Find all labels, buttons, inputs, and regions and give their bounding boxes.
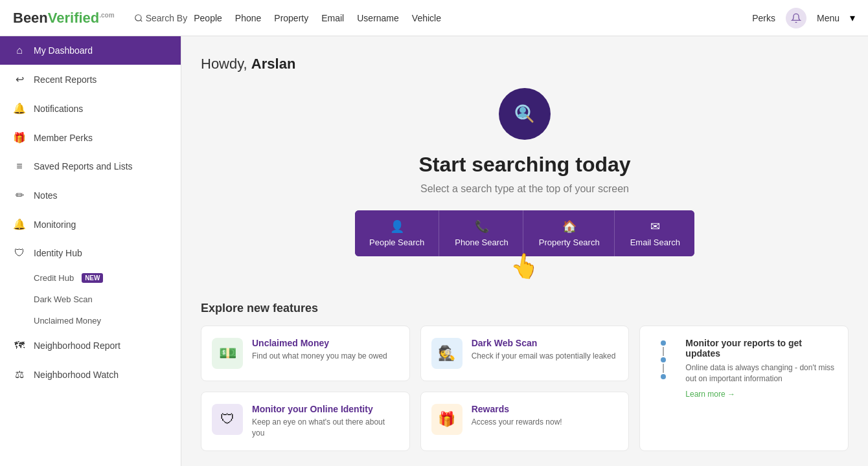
- nav-people[interactable]: People: [194, 13, 222, 23]
- sidebar-item-identity-hub[interactable]: 🛡 Identity Hub: [0, 239, 181, 267]
- email-search-button[interactable]: ✉ Email Search: [616, 210, 694, 256]
- gift-icon: 🎁: [13, 131, 26, 144]
- cursor-hand: 👆: [510, 250, 540, 282]
- sidebar-item-recent-reports[interactable]: ↩ Recent Reports: [0, 65, 181, 94]
- monitor-reports-card[interactable]: Monitor your reports to get updates Onli…: [639, 326, 849, 451]
- svg-line-4: [527, 116, 532, 122]
- unclaimed-money-title: Unclaimed Money: [252, 338, 387, 348]
- people-search-button[interactable]: 👤 People Search: [355, 210, 439, 256]
- dark-web-scan-label: Dark Web Scan: [34, 294, 93, 304]
- sidebar-item-member-perks[interactable]: 🎁 Member Perks: [0, 123, 181, 152]
- dot-bottom: [661, 374, 666, 379]
- sidebar-identity-label: Identity Hub: [34, 248, 82, 258]
- nav-phone[interactable]: Phone: [235, 13, 261, 23]
- dot-line: [661, 340, 666, 379]
- unclaimed-money-desc: Find out what money you may be owed: [252, 351, 387, 362]
- watch-icon: ⚖: [13, 368, 26, 381]
- nav-vehicle[interactable]: Vehicle: [412, 13, 441, 23]
- main-nav: People Phone Property Email Username Veh…: [194, 13, 752, 23]
- bell-icon: 🔔: [13, 102, 26, 115]
- svg-line-1: [140, 19, 142, 21]
- explore-section: Explore new features 💵 Unclaimed Money F…: [201, 302, 849, 451]
- people-icon: 👤: [390, 219, 404, 234]
- hero-title: Start searching today: [418, 153, 630, 177]
- sidebar-item-notifications[interactable]: 🔔 Notifications: [0, 94, 181, 123]
- sidebar-item-monitoring[interactable]: 🔔 Monitoring: [0, 210, 181, 239]
- unclaimed-money-label: Unclaimed Money: [34, 316, 101, 326]
- feature-card-unclaimed-money[interactable]: 💵 Unclaimed Money Find out what money yo…: [201, 326, 410, 381]
- monitor-title: Monitor your reports to get updates: [685, 338, 838, 359]
- hand-icon: 👆: [508, 250, 542, 282]
- sidebar-recent-label: Recent Reports: [34, 74, 97, 85]
- rewards-content: Rewards Access your rewards now!: [472, 404, 562, 428]
- sidebar-item-neighborhood-report[interactable]: 🗺 Neighborhood Report: [0, 331, 181, 360]
- sidebar-item-dark-web-scan[interactable]: Dark Web Scan: [34, 289, 181, 310]
- hero-section: Start searching today Select a search ty…: [201, 88, 849, 282]
- search-by-label: Search By: [146, 13, 188, 23]
- sidebar-item-saved-reports[interactable]: ≡ Saved Reports and Lists: [0, 152, 181, 181]
- learn-more-link[interactable]: Learn more →: [685, 390, 838, 399]
- explore-title: Explore new features: [201, 302, 849, 315]
- credit-hub-label: Credit Hub: [34, 273, 74, 283]
- sidebar-item-credit-hub[interactable]: Credit Hub NEW: [34, 267, 181, 289]
- sidebar-neighborhood-label: Neighborhood Report: [34, 340, 120, 351]
- dark-web-desc: Check if your email was potentially leak…: [472, 351, 616, 362]
- monitor-identity-icon: 🛡: [212, 404, 243, 435]
- monitor-identity-title: Monitor your Online Identity: [252, 404, 399, 414]
- email-search-label: Email Search: [630, 238, 680, 247]
- rewards-title: Rewards: [472, 404, 562, 414]
- feature-card-rewards[interactable]: 🎁 Rewards Access your rewards now!: [420, 392, 630, 451]
- svg-point-3: [520, 107, 526, 113]
- header-right: Perks Menu ▾: [752, 8, 855, 28]
- phone-icon: 📞: [475, 219, 489, 234]
- logo-sup: .com: [99, 11, 114, 18]
- nav-username[interactable]: Username: [357, 13, 399, 23]
- sidebar-notes-label: Notes: [34, 190, 58, 201]
- feature-card-monitor-identity[interactable]: 🛡 Monitor your Online Identity Keep an e…: [201, 392, 410, 451]
- recent-icon: ↩: [13, 73, 26, 85]
- monitor-identity-content: Monitor your Online Identity Keep an eye…: [252, 404, 399, 439]
- sidebar-sub-items: Credit Hub NEW Dark Web Scan Unclaimed M…: [0, 267, 181, 331]
- nav-email[interactable]: Email: [321, 13, 344, 23]
- line-2: [663, 364, 664, 373]
- sidebar-item-unclaimed-money[interactable]: Unclaimed Money: [34, 310, 181, 331]
- sidebar-item-dashboard[interactable]: ⌂ My Dashboard: [0, 36, 181, 65]
- menu-button[interactable]: Menu: [817, 13, 839, 23]
- main-content: Howdy, Arslan Start searching today Sele…: [181, 36, 868, 466]
- logo-green: Verified: [48, 10, 99, 26]
- sidebar-item-neighborhood-watch[interactable]: ⚖ Neighborhood Watch: [0, 360, 181, 389]
- sidebar-saved-label: Saved Reports and Lists: [34, 161, 133, 172]
- dot-top: [661, 340, 666, 346]
- feature-card-dark-web[interactable]: 🕵️ Dark Web Scan Check if your email was…: [420, 326, 630, 381]
- unclaimed-money-content: Unclaimed Money Find out what money you …: [252, 338, 387, 362]
- layout: ⌂ My Dashboard ↩ Recent Reports 🔔 Notifi…: [0, 36, 868, 466]
- dark-web-title: Dark Web Scan: [472, 338, 616, 348]
- search-by-nav[interactable]: Search By: [134, 13, 188, 23]
- property-icon: 🏠: [562, 219, 577, 234]
- rewards-desc: Access your rewards now!: [472, 417, 562, 428]
- dot-mid: [661, 357, 666, 362]
- sidebar-dashboard-label: My Dashboard: [34, 45, 93, 56]
- notifications-bell[interactable]: [786, 8, 806, 28]
- list-icon: ≡: [13, 161, 26, 172]
- greeting-text: Howdy,: [201, 56, 251, 72]
- dark-web-icon: 🕵️: [431, 338, 463, 369]
- logo[interactable]: BeenVerified.com: [13, 10, 115, 27]
- sidebar-item-notes[interactable]: ✏ Notes: [0, 181, 181, 210]
- header: BeenVerified.com Search By People Phone …: [0, 0, 868, 36]
- sidebar-monitoring-label: Monitoring: [34, 219, 76, 230]
- feature-grid: 💵 Unclaimed Money Find out what money yo…: [201, 326, 849, 451]
- line-1: [663, 347, 664, 356]
- monitor-identity-desc: Keep an eye on what's out there about yo…: [252, 417, 399, 439]
- new-badge: NEW: [82, 273, 103, 283]
- home-icon: ⌂: [13, 45, 26, 56]
- sidebar-notifications-label: Notifications: [34, 104, 83, 114]
- perks-button[interactable]: Perks: [752, 13, 775, 23]
- monitor-text: Monitor your reports to get updates Onli…: [685, 338, 838, 399]
- nav-property[interactable]: Property: [274, 13, 308, 23]
- hero-icon-circle: [499, 88, 551, 140]
- property-search-label: Property Search: [539, 238, 600, 247]
- people-search-label: People Search: [369, 238, 424, 247]
- unclaimed-money-icon: 💵: [212, 338, 243, 369]
- email-icon: ✉: [650, 219, 660, 234]
